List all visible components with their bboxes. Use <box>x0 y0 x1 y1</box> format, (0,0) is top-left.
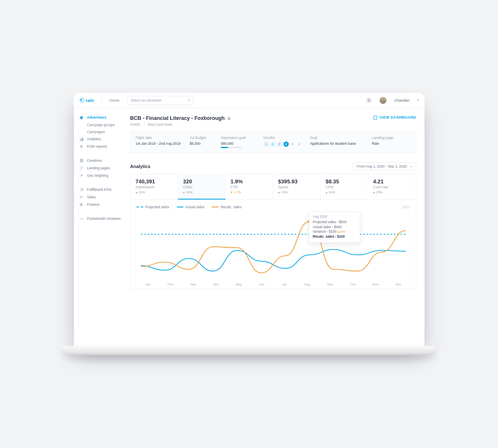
sidebar-item-label: EOM reports <box>87 144 107 149</box>
month-chip[interactable]: 4 <box>283 141 289 147</box>
trend-arrow-icon: ▴ <box>183 190 185 194</box>
x-tick: Nov <box>364 282 387 286</box>
avatar[interactable] <box>379 97 387 104</box>
flight-date: Flight date 1st Jan 2019 - 2nd Aug 2019 <box>136 136 190 148</box>
sidebar-item-label: Finance <box>87 202 100 207</box>
kpi-label: Clicks <box>183 185 220 189</box>
kpi-card[interactable]: $8.35CPM▴19% <box>321 174 369 200</box>
kpi-label: CPM <box>326 185 363 189</box>
sidebar-item-label: Pocketmath creatives <box>87 217 121 221</box>
legend-item[interactable]: Projected sales <box>137 205 169 209</box>
app-window: rain Home Select an advertiser ▾ ⚙ Chand… <box>74 93 425 346</box>
sidebar-item-label: Sales <box>87 195 96 199</box>
kpi-label: Spend <box>278 185 315 189</box>
chart-x-axis: JanFebMarAprMayJunJulAugSepOctNovDec <box>137 282 410 286</box>
trend-arrow-icon: ▴ <box>278 190 280 194</box>
budget-label: Ad Budget <box>190 136 221 140</box>
sidebar-item-label: Landing pages <box>87 166 110 170</box>
chart-legend: Projected salesActual salesRecalc. sales <box>137 205 410 209</box>
date-range-picker[interactable]: From Aug 1, 2020 - Sep 1, 2020 ▾ <box>353 162 416 170</box>
gauge-icon: ◔ <box>80 187 84 192</box>
kpi-label: Impressions <box>136 185 173 189</box>
settings-gear-icon[interactable]: ⚙ <box>366 97 372 103</box>
kpi-label: CTR <box>231 185 268 189</box>
month-chip[interactable]: 5 <box>290 141 295 147</box>
target-icon: ✦ <box>80 173 84 178</box>
kpi-card[interactable]: $395.93Spend▴15% <box>273 174 321 200</box>
brand-name: rain <box>86 98 94 103</box>
months: Months 123456 <box>264 136 310 148</box>
sidebar-item[interactable]: 📊Analytics <box>80 135 128 143</box>
sidebar-item[interactable]: 🏷Sales <box>80 193 128 201</box>
month-chip[interactable]: 6 <box>297 141 302 147</box>
user-menu-chevron-icon[interactable]: ▾ <box>417 98 419 102</box>
kpi-card[interactable]: 740,391Impressions▴15% <box>131 174 178 200</box>
kpi-delta: ▴15% <box>278 190 315 194</box>
month-chip[interactable]: 3 <box>277 141 282 147</box>
landing-label: Landing page <box>372 136 410 140</box>
x-tick: Oct <box>342 282 364 286</box>
kpi-card[interactable]: 320Clicks▴18% <box>178 174 226 200</box>
legend-item[interactable]: Actual sales <box>177 205 205 209</box>
ad-budget: Ad Budget $5,000 <box>190 136 221 148</box>
tooltip-row: Projected sales - $500 <box>313 220 356 224</box>
dashboard-icon <box>374 116 377 119</box>
x-tick: Sep <box>319 282 342 286</box>
sidebar-item[interactable]: ◔Fulfillment KPIs <box>80 186 128 193</box>
legend-swatch-icon <box>137 207 143 207</box>
kpi-value: 320 <box>183 178 220 185</box>
kpi-label: Conv rate <box>373 185 411 189</box>
legend-label: Recalc. sales <box>220 205 242 209</box>
doc-icon: 🗎 <box>80 144 84 149</box>
analytics-title: Analytics <box>130 164 151 169</box>
month-chip[interactable]: 1 <box>264 141 269 147</box>
sidebar-sub-item[interactable]: Campaigns <box>80 128 128 135</box>
x-tick: Apr <box>205 282 227 286</box>
kpi-delta: ▴19% <box>326 190 363 194</box>
flight-label: Flight date <box>136 136 190 140</box>
x-tick: Jan <box>137 282 159 286</box>
advertiser-select[interactable]: Select an advertiser ▾ <box>127 96 193 105</box>
legend-item[interactable]: Recalc. sales <box>212 205 242 209</box>
month-chip[interactable]: 2 <box>270 141 276 147</box>
logo-mark-icon <box>80 98 84 102</box>
sidebar-item-label: Creatives <box>87 158 102 163</box>
x-tick: Dec <box>387 282 410 286</box>
x-tick: Feb <box>159 282 182 286</box>
kpi-value: 4.21 <box>373 178 411 185</box>
kpi-card[interactable]: 4.21Conv rate▴15% <box>368 174 416 200</box>
landing-page: Landing page Rain <box>372 136 410 148</box>
sidebar-item[interactable]: ✦Geo targeting <box>80 172 128 179</box>
kpi-card[interactable]: 1.9%CTR▾1.7% <box>226 174 273 200</box>
landing-value: Rain <box>372 141 410 146</box>
sidebar-item-label: Advertisers <box>87 115 107 119</box>
sidebar-item[interactable]: 📄Landing pages <box>80 164 128 172</box>
view-dashboard-button[interactable]: VIEW DASHBOARD <box>374 115 416 119</box>
sidebar-item-label: Fulfillment KPIs <box>87 187 112 192</box>
sidebar-sub-item[interactable]: Campaign groups <box>80 121 128 128</box>
top-bar: rain Home Select an advertiser ▾ ⚙ Chand… <box>74 93 425 108</box>
kpi-delta: ▴18% <box>183 190 220 194</box>
months-label: Months <box>264 136 310 140</box>
home-link[interactable]: Home <box>110 98 120 102</box>
sidebar-item[interactable]: ▭Pocketmath creatives <box>80 215 128 222</box>
chart-plot[interactable]: Aug 2020Projected sales - $500Actual sal… <box>137 213 410 282</box>
sidebar-item[interactable]: 🗎EOM reports <box>80 143 128 150</box>
view-dashboard-label: VIEW DASHBOARD <box>379 115 416 119</box>
kpi-delta: ▾1.7% <box>231 190 268 194</box>
sidebar-item[interactable]: 🖼Creatives <box>80 157 128 164</box>
campaign-id: #2400 <box>130 122 140 127</box>
impression-progress-bar <box>221 147 242 148</box>
trend-arrow-icon: ▴ <box>373 190 375 194</box>
impr-goal-label: Impression goal <box>221 136 264 140</box>
legend-label: Projected sales <box>145 205 169 209</box>
chart-year: 2020 <box>402 205 410 209</box>
sidebar-item[interactable]: 🧳Advertisers <box>80 114 128 121</box>
date-range-label: From Aug 1, 2020 - Sep 1, 2020 <box>357 164 407 168</box>
goal: Goal Applications for student loans <box>310 136 372 148</box>
impr-goal-value: 980,000 <box>221 141 264 146</box>
goal-value: Applications for student loans <box>310 141 372 146</box>
tooltip-row: Actual sales - $400 <box>313 225 356 229</box>
sidebar-item[interactable]: 🏛Finance <box>80 201 128 208</box>
brand-logo[interactable]: rain <box>80 98 94 103</box>
